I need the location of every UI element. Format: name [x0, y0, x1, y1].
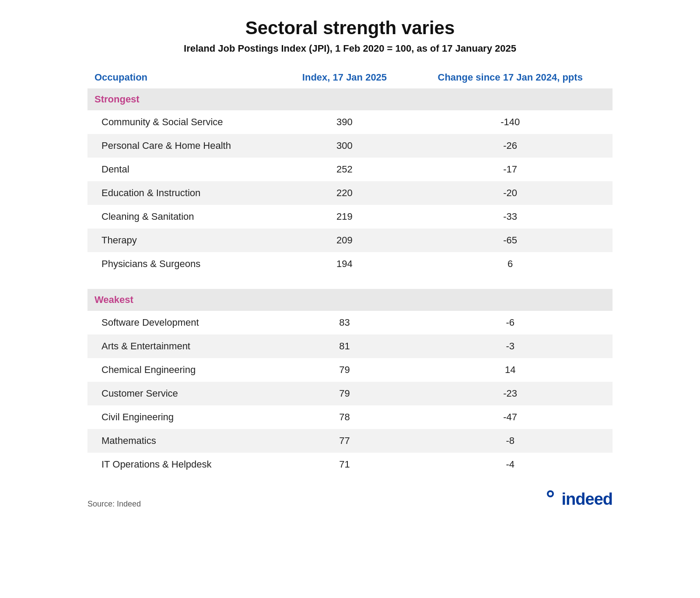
occupation-cell: Chemical Engineering — [88, 358, 281, 382]
index-cell: 300 — [281, 134, 408, 158]
change-cell: -23 — [408, 382, 612, 405]
footer: Source: Indeed indeed — [88, 489, 612, 509]
table-body: StrongestCommunity & Social Service390-1… — [88, 88, 612, 476]
table-row: Personal Care & Home Health300-26 — [88, 134, 612, 158]
table-row: IT Operations & Helpdesk71-4 — [88, 453, 612, 476]
occupation-cell: IT Operations & Helpdesk — [88, 453, 281, 476]
spacer-row — [88, 276, 612, 289]
occupation-cell: Cleaning & Sanitation — [88, 205, 281, 229]
occupation-cell: Personal Care & Home Health — [88, 134, 281, 158]
occupation-cell: Education & Instruction — [88, 181, 281, 205]
occupation-cell: Customer Service — [88, 382, 281, 405]
index-cell: 83 — [281, 311, 408, 334]
col1-header: Occupation — [88, 67, 281, 88]
col2-header: Index, 17 Jan 2025 — [281, 67, 408, 88]
change-cell: -20 — [408, 181, 612, 205]
index-cell: 252 — [281, 158, 408, 181]
occupation-cell: Community & Social Service — [88, 110, 281, 134]
change-cell: -26 — [408, 134, 612, 158]
data-table: Occupation Index, 17 Jan 2025 Change sin… — [88, 67, 612, 476]
occupation-cell: Mathematics — [88, 429, 281, 453]
subtitle: Ireland Job Postings Index (JPI), 1 Feb … — [88, 43, 612, 54]
change-cell: -47 — [408, 405, 612, 429]
indeed-logo: indeed — [541, 489, 612, 509]
table-row: Civil Engineering78-47 — [88, 405, 612, 429]
occupation-cell: Civil Engineering — [88, 405, 281, 429]
section-header-strongest: Strongest — [88, 88, 612, 110]
index-cell: 79 — [281, 358, 408, 382]
change-cell: -33 — [408, 205, 612, 229]
index-cell: 79 — [281, 382, 408, 405]
change-cell: -17 — [408, 158, 612, 181]
table-row: Dental252-17 — [88, 158, 612, 181]
index-cell: 194 — [281, 252, 408, 276]
table-header-row: Occupation Index, 17 Jan 2025 Change sin… — [88, 67, 612, 88]
table-row: Community & Social Service390-140 — [88, 110, 612, 134]
table-row: Education & Instruction220-20 — [88, 181, 612, 205]
table-row: Software Development83-6 — [88, 311, 612, 334]
indeed-logo-icon — [541, 489, 560, 509]
index-cell: 220 — [281, 181, 408, 205]
change-cell: -4 — [408, 453, 612, 476]
table-row: Therapy209-65 — [88, 229, 612, 252]
index-cell: 219 — [281, 205, 408, 229]
main-title: Sectoral strength varies — [88, 18, 612, 39]
occupation-cell: Physicians & Surgeons — [88, 252, 281, 276]
table-row: Customer Service79-23 — [88, 382, 612, 405]
index-cell: 81 — [281, 334, 408, 358]
change-cell: 14 — [408, 358, 612, 382]
table-row: Arts & Entertainment81-3 — [88, 334, 612, 358]
change-cell: 6 — [408, 252, 612, 276]
occupation-cell: Therapy — [88, 229, 281, 252]
table-row: Physicians & Surgeons1946 — [88, 252, 612, 276]
table-row: Chemical Engineering7914 — [88, 358, 612, 382]
index-cell: 71 — [281, 453, 408, 476]
page-container: Sectoral strength varies Ireland Job Pos… — [88, 18, 612, 509]
change-cell: -6 — [408, 311, 612, 334]
source-text: Source: Indeed — [88, 500, 141, 509]
change-cell: -8 — [408, 429, 612, 453]
index-cell: 77 — [281, 429, 408, 453]
table-row: Mathematics77-8 — [88, 429, 612, 453]
index-cell: 209 — [281, 229, 408, 252]
index-cell: 390 — [281, 110, 408, 134]
occupation-cell: Arts & Entertainment — [88, 334, 281, 358]
occupation-cell: Software Development — [88, 311, 281, 334]
table-row: Cleaning & Sanitation219-33 — [88, 205, 612, 229]
section-header-weakest: Weakest — [88, 289, 612, 311]
col3-header: Change since 17 Jan 2024, ppts — [408, 67, 612, 88]
indeed-logo-text: indeed — [562, 490, 612, 509]
index-cell: 78 — [281, 405, 408, 429]
change-cell: -140 — [408, 110, 612, 134]
change-cell: -3 — [408, 334, 612, 358]
change-cell: -65 — [408, 229, 612, 252]
occupation-cell: Dental — [88, 158, 281, 181]
svg-point-1 — [549, 492, 552, 496]
